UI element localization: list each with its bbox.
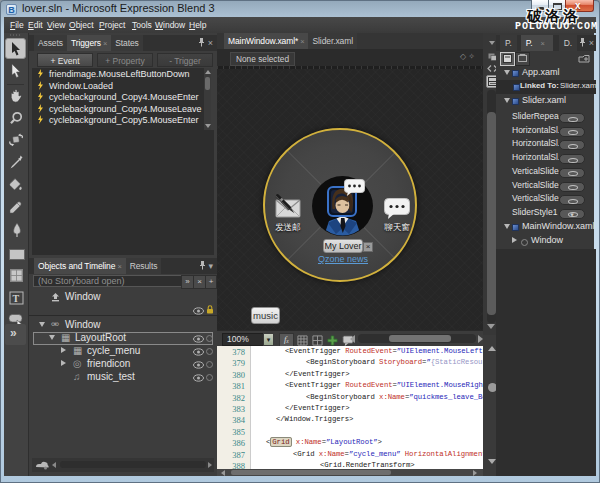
svg-text:T: T bbox=[12, 293, 19, 304]
